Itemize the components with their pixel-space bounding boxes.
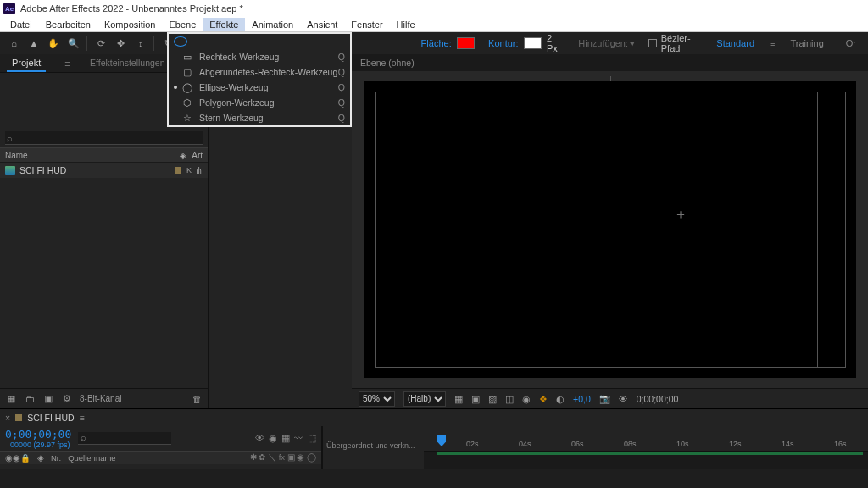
motion-blur-icon[interactable]: 〰 <box>294 433 303 444</box>
dolly-tool-icon[interactable]: ↕ <box>131 34 149 53</box>
add-chevron-icon[interactable]: ▾ <box>630 38 635 49</box>
col-label-icon[interactable]: ◈ <box>180 151 186 160</box>
workspace-tab-standard[interactable]: Standard <box>709 35 761 52</box>
viewer-tab[interactable]: Ebene (ohne) <box>360 58 415 68</box>
current-timecode[interactable]: 0;00;00;00 <box>5 428 71 441</box>
resolution-select[interactable]: (Halb) <box>403 391 446 407</box>
stroke-swatch[interactable] <box>524 37 542 49</box>
snapshot-icon[interactable]: 📷 <box>599 393 610 404</box>
menu-komposition[interactable]: Komposition <box>97 18 163 31</box>
home-icon[interactable]: ⌂ <box>5 34 23 53</box>
transparency-icon[interactable]: ▨ <box>488 394 497 404</box>
viewer-footer: 50% (Halb) ▦ ▣ ▨ ◫ ◉ ❖ ◐ +0,0 📷 👁 0;00;0… <box>352 388 868 408</box>
ruler-mark: 04s <box>519 440 531 448</box>
timeline-search-input[interactable] <box>78 432 171 445</box>
track-area[interactable] <box>424 452 868 469</box>
label-col-icon[interactable]: ◈ <box>37 453 44 463</box>
comp-label-swatch <box>15 414 22 421</box>
shape-option-star[interactable]: ☆Stern-WerkzeugQ <box>169 110 350 125</box>
new-comp-icon[interactable]: ▣ <box>42 393 54 404</box>
exposure-value[interactable]: +0,0 <box>573 394 591 404</box>
add-label: Hinzufügen: <box>578 38 628 48</box>
menu-bearbeiten[interactable]: Bearbeiten <box>39 18 97 31</box>
work-area-bar[interactable] <box>437 452 863 455</box>
menu-datei[interactable]: Datei <box>3 18 39 31</box>
region-icon[interactable]: ◫ <box>505 394 514 404</box>
shape-tool-current[interactable] <box>169 34 350 49</box>
ruler-mark: 08s <box>624 440 637 448</box>
menu-ebene[interactable]: Ebene <box>162 18 203 31</box>
pan-tool-icon[interactable]: ✥ <box>112 34 130 53</box>
col-name[interactable]: Name <box>5 151 180 160</box>
trash-icon[interactable]: 🗑 <box>191 394 203 404</box>
zoom-select[interactable]: 50% <box>359 391 395 407</box>
flowchart-icon[interactable]: ⋔ <box>195 165 203 175</box>
viewport[interactable]: ＋ <box>352 71 868 388</box>
settings-icon[interactable]: ⚙ <box>61 393 73 404</box>
draft3d-icon[interactable]: ◉ <box>269 433 277 444</box>
folder-icon[interactable]: 🗀 <box>24 394 36 404</box>
menu-animation[interactable]: Animation <box>245 18 300 31</box>
color-mgmt-icon[interactable]: ❖ <box>539 394 548 404</box>
grid-icon[interactable]: ▦ <box>454 394 463 404</box>
selection-tool-icon[interactable]: ▲ <box>25 34 42 53</box>
project-item[interactable]: SCI FI HUD K ⋔ <box>0 163 208 178</box>
panel-menu-icon[interactable]: ≡ <box>64 58 70 69</box>
workspace-tab-more[interactable]: Or <box>839 35 863 52</box>
label-swatch <box>175 167 181 174</box>
playhead[interactable] <box>437 435 446 446</box>
show-snapshot-icon[interactable]: 👁 <box>619 394 628 404</box>
orbit-tool-icon[interactable]: ⟳ <box>92 34 109 53</box>
exposure-reset-icon[interactable]: ◐ <box>556 394 565 404</box>
star-icon: ☆ <box>182 113 192 123</box>
workspace-tab-training[interactable]: Training <box>783 35 830 52</box>
col-source[interactable]: Quellenname <box>68 453 116 463</box>
av-toggles-icon[interactable]: ◉◉🔒 <box>5 453 31 463</box>
timeline-menu-icon[interactable]: ≡ <box>80 413 85 423</box>
menu-bar[interactable]: DateiBearbeitenKompositionEbeneEffekteAn… <box>0 17 868 32</box>
ruler-mark: 10s <box>676 440 689 448</box>
ruler-mark: 16s <box>834 440 847 448</box>
menu-effekte[interactable]: Effekte <box>203 18 245 31</box>
shy-icon[interactable]: 👁 <box>255 433 264 444</box>
col-number[interactable]: Nr. <box>51 453 61 463</box>
project-item-tag: K <box>186 166 192 175</box>
timeline-left: 0;00;00;00 00000 (29.97 fps) ⌕ 👁 ◉ ▦ 〰 ⬚… <box>0 426 322 469</box>
stroke-label: Kontur: <box>488 38 518 48</box>
close-tab-icon[interactable]: × <box>5 413 10 423</box>
project-item-name: SCI FI HUD <box>19 165 175 175</box>
shape-option-ellipse[interactable]: ◯Ellipse-WerkzeugQ <box>169 80 350 95</box>
preview-timecode[interactable]: 0;00;00;00 <box>637 394 679 404</box>
shape-option-rect[interactable]: ▭Rechteck-WerkzeugQ <box>169 49 350 64</box>
search-icon: ⌕ <box>7 133 13 143</box>
menu-hilfe[interactable]: Hilfe <box>390 18 422 31</box>
title-bar: Ae Adobe After Effects 2022 - Unbenannte… <box>0 0 868 17</box>
composition-canvas[interactable]: ＋ <box>364 81 856 378</box>
shape-option-roundrect[interactable]: ▢Abgerundetes-Rechteck-WerkzeugQ <box>169 64 350 80</box>
fill-swatch[interactable] <box>457 37 475 49</box>
bezier-checkbox[interactable]: Bézier-Pfad <box>648 33 708 53</box>
switches-icons[interactable]: ✱ ✿ ＼ fx ▣ ◉ ◯ <box>250 452 316 463</box>
interpret-icon[interactable]: ▦ <box>5 393 17 404</box>
hamburger-icon[interactable]: ≡ <box>770 38 775 48</box>
stroke-width[interactable]: 2 Px <box>547 33 565 53</box>
roundrect-icon: ▢ <box>182 67 192 77</box>
hand-tool-icon[interactable]: ✋ <box>45 34 63 53</box>
bit-depth[interactable]: 8-Bit-Kanal <box>80 394 121 403</box>
zoom-tool-icon[interactable]: 🔍 <box>64 34 82 53</box>
shape-option-polygon[interactable]: ⬡Polygon-WerkzeugQ <box>169 95 350 110</box>
window-title: Adobe After Effects 2022 - Unbenanntes P… <box>20 3 243 14</box>
col-type[interactable]: Art <box>192 151 203 160</box>
main-area: ⌕ Name ◈ Art SCI FI HUD K ⋔ ▦ 🗀 ▣ ⚙ 8-Bi… <box>0 54 868 408</box>
menu-fenster[interactable]: Fenster <box>344 18 389 31</box>
viewer-panel: Ebene (ohne) ＋ 50% (Halb) ▦ ▣ ▨ ◫ ◉ ❖ ◐ … <box>352 54 868 408</box>
time-ruler[interactable]: 02s04s06s08s10s12s14s16s <box>424 426 868 452</box>
project-search-input[interactable] <box>5 131 203 145</box>
mask-toggle-icon[interactable]: ▣ <box>471 394 480 404</box>
timeline-comp-name[interactable]: SCI FI HUD <box>27 413 74 423</box>
project-panel-tab[interactable]: Projekt <box>7 55 46 72</box>
frame-blend-icon[interactable]: ▦ <box>281 433 290 444</box>
menu-ansicht[interactable]: Ansicht <box>300 18 344 31</box>
channel-icon[interactable]: ◉ <box>522 394 531 404</box>
graph-editor-icon[interactable]: ⬚ <box>308 433 316 444</box>
